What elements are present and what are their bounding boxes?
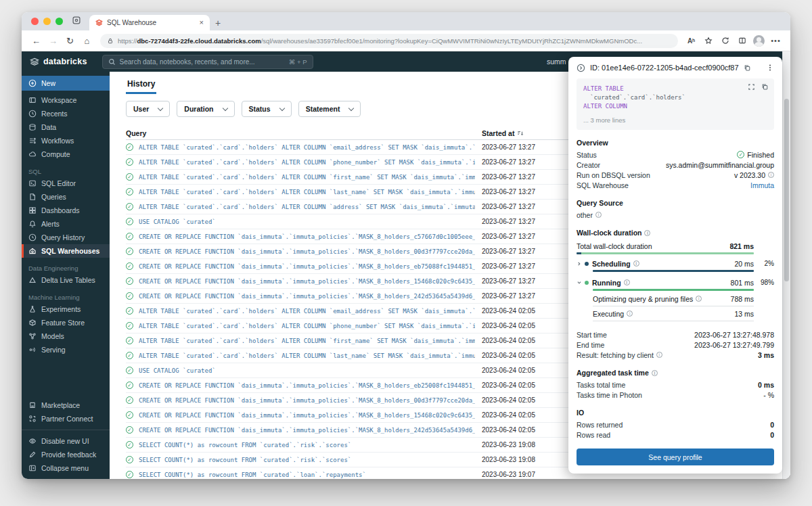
split-screen-icon[interactable] [734,33,750,49]
sidebar-item-data[interactable]: Data [22,120,110,134]
start-time-value: 2023-06-27 13:27:48.978 [694,331,774,339]
sidebar-item-new[interactable]: New [22,76,110,91]
global-search-input[interactable]: Search data, notebooks, recents, and mor… [102,55,313,69]
table-row[interactable]: ALTER TABLE `curated`.`card`.`holders` A… [126,185,568,200]
info-icon[interactable] [627,310,633,317]
kebab-menu-icon[interactable] [766,64,774,72]
table-row[interactable]: CREATE OR REPLACE FUNCTION `dais_immuta`… [126,259,568,274]
favorite-star-icon[interactable] [700,33,716,49]
sidebar-item-recents[interactable]: Recents [22,107,110,120]
table-row[interactable]: CREATE OR REPLACE FUNCTION `dais_immuta`… [126,393,568,408]
filter-user[interactable]: User [126,101,170,117]
copy-code-icon[interactable] [761,83,769,91]
table-row[interactable]: ALTER TABLE `curated`.`card`.`holders` A… [126,319,568,334]
table-row[interactable]: ALTER TABLE `curated`.`card`.`holders` A… [126,334,568,348]
info-icon[interactable] [696,296,702,302]
sidebar-item-experiments[interactable]: Experiments [22,302,110,316]
home-icon[interactable]: ⌂ [79,33,95,49]
filter-duration[interactable]: Duration [177,101,234,117]
table-row[interactable]: ALTER TABLE `curated`.`card`.`holders` A… [126,200,568,214]
minimize-window-button[interactable] [43,18,51,25]
table-row[interactable]: CREATE OR REPLACE FUNCTION `dais_immuta`… [126,274,568,289]
table-row[interactable]: CREATE OR REPLACE FUNCTION `dais_immuta`… [126,229,568,244]
scrollbar-thumb[interactable] [784,99,789,281]
sort-icon[interactable] [517,130,524,137]
sidebar-item-provide-feedback[interactable]: Provide feedback [22,448,110,461]
sidebar-item-compute[interactable]: Compute [22,147,110,161]
sql-warehouse-link[interactable]: Immuta [750,181,774,189]
table-row[interactable]: USE CATALOG `curated`2023-06-27 13:27 [126,214,568,229]
sidebar-item-sql-editor[interactable]: SQL Editor [22,177,110,190]
info-icon[interactable] [656,352,662,358]
copy-icon[interactable] [744,64,751,72]
table-row[interactable]: CREATE OR REPLACE FUNCTION `dais_immuta`… [126,244,568,259]
table-row[interactable]: ALTER TABLE `curated`.`card`.`holders` A… [126,348,568,363]
expand-code-icon[interactable] [748,83,755,91]
tab-close-icon[interactable] [200,19,204,26]
browser-workspaces-icon[interactable] [72,16,81,25]
sidebar-item-queries[interactable]: Queries [22,190,110,204]
sidebar-item-collapse-menu[interactable]: Collapse menu [22,461,110,475]
refresh-icon[interactable]: ↻ [62,33,78,49]
column-started-at[interactable]: Started at [482,129,564,137]
sidebar-item-workflows[interactable]: Workflows [22,134,110,147]
new-tab-button[interactable] [210,15,226,30]
maximize-window-button[interactable] [55,18,63,25]
table-row[interactable]: CREATE OR REPLACE FUNCTION `dais_immuta`… [126,423,568,438]
table-row[interactable]: ALTER TABLE `curated`.`card`.`holders` A… [126,170,568,185]
sidebar-item-alerts[interactable]: Alerts [22,217,110,231]
table-row[interactable]: SELECT COUNT(*) as rowcount FROM `curate… [126,438,568,453]
more-lines-toggle[interactable]: ... 3 more lines [583,116,767,124]
macos-traffic-lights [31,18,63,25]
close-window-button[interactable] [31,18,39,25]
info-icon[interactable] [768,172,774,178]
info-icon[interactable] [624,279,630,285]
read-aloud-icon[interactable]: Aʰ [683,33,699,49]
tab-history[interactable]: History [126,79,156,94]
sidebar-item-query-history[interactable]: Query History [22,231,110,244]
success-icon [126,277,133,285]
databricks-logo[interactable]: databricks [30,57,87,66]
filter-statement[interactable]: Statement [298,101,361,117]
table-row[interactable]: ALTER TABLE `curated`.`card`.`holders` A… [126,140,568,155]
sidebar-item-delta-live-tables[interactable]: Delta Live Tables [22,273,110,287]
sidebar-item-label: Feature Store [41,319,85,327]
back-icon[interactable]: ← [28,33,44,49]
sidebar-item-serving[interactable]: Serving [22,343,110,356]
see-query-profile-button[interactable]: See query profile [577,448,774,465]
table-row[interactable]: ALTER TABLE `curated`.`card`.`holders` A… [126,304,568,319]
table-row[interactable]: CREATE OR REPLACE FUNCTION `dais_immuta`… [126,378,568,393]
info-icon[interactable] [595,212,602,218]
sidebar-item-marketplace[interactable]: Marketplace [22,398,110,412]
started-at: 2023-06-27 13:27 [482,203,564,210]
info-icon[interactable] [652,370,658,376]
profile-avatar[interactable] [751,33,767,49]
table-row[interactable]: CREATE OR REPLACE FUNCTION `dais_immuta`… [126,408,568,423]
tasks-total-value: 0 ms [758,381,774,389]
table-row[interactable]: ALTER TABLE `curated`.`card`.`holders` A… [126,155,568,170]
browser-tab[interactable]: SQL Warehouse [89,15,210,30]
table-row[interactable]: SELECT COUNT(*) as rowcount FROM `curate… [126,453,568,467]
browser-sync-icon[interactable] [717,33,733,49]
sidebar-item-feature-store[interactable]: Feature Store [22,316,110,329]
chevron-down-icon[interactable] [577,280,582,285]
browser-menu-icon[interactable] [768,33,784,49]
table-row[interactable]: USE CATALOG `curated`2023-06-24 02:05 [126,363,568,378]
sidebar-item-sql-warehouses[interactable]: SQL Warehouses [22,244,110,258]
table-row[interactable]: CREATE OR REPLACE FUNCTION `dais_immuta`… [126,289,568,304]
sidebar-item-disable-new-ui[interactable]: Disable new UI [22,434,110,448]
filter-status[interactable]: Status [242,101,292,117]
sidebar-item-workspace[interactable]: Workspace [22,93,110,107]
chevron-right-icon[interactable] [577,261,582,267]
info-icon[interactable] [644,230,650,236]
page-scrollbar[interactable] [782,51,790,479]
workspace-name[interactable]: summ [547,51,566,72]
table-row[interactable]: SELECT COUNT(*) as rowcount FROM `curate… [126,467,568,479]
address-bar[interactable]: https://dbc-7274d4f3-22fe.cloud.databric… [100,34,678,48]
sidebar-item-models[interactable]: Models [22,329,110,343]
site-lock-icon[interactable] [107,37,114,45]
sidebar-item-dashboards[interactable]: Dashboards [22,204,110,217]
sidebar-item-partner-connect[interactable]: Partner Connect [22,412,110,426]
open-query-icon[interactable] [577,64,585,72]
info-icon[interactable] [633,260,639,267]
